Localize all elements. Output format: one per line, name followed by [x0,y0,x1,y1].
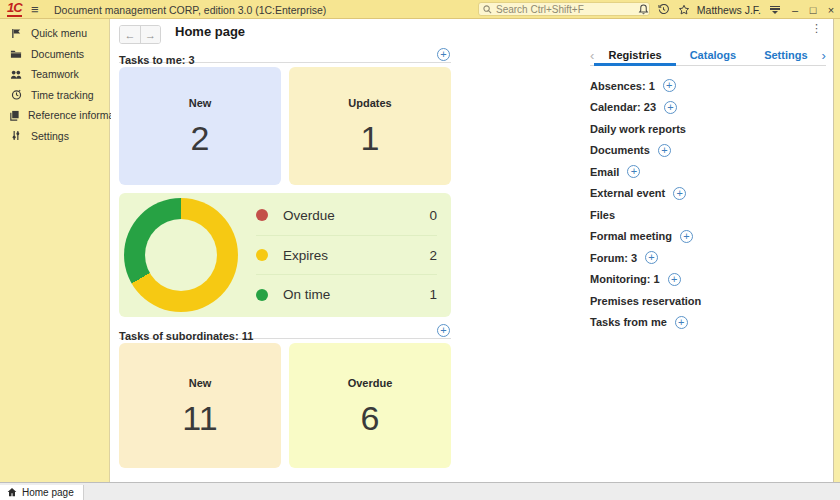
app-window: 1C ≡ Document management CORP, edition 3… [0,0,840,500]
tab-catalogs[interactable]: Catalogs [676,45,750,66]
card-subordinates-overdue[interactable]: Overdue 6 [289,343,451,468]
list-item-formal-meeting: Formal meeting + [590,226,826,248]
list-item-external-event: External event + [590,183,826,205]
service-menu-icon[interactable] [770,6,780,14]
legend-row-expires: Expires 2 [256,235,437,275]
legend-value: 1 [429,287,437,302]
list-item-label[interactable]: Absences: 1 [590,80,655,92]
sidebar-item-teamwork[interactable]: Teamwork [0,64,109,85]
list-item-label[interactable]: Monitoring: 1 [590,273,660,285]
notifications-bell-icon[interactable] [634,0,654,19]
legend-value: 0 [429,208,437,223]
chart-legend: Overdue 0 Expires 2 On time 1 [256,196,437,314]
list-item-label[interactable]: Documents [590,144,650,156]
search-input[interactable] [496,4,645,15]
expires-dot-icon [256,249,268,261]
list-item-label[interactable]: Forum: 3 [590,252,637,264]
tab-settings[interactable]: Settings [750,45,821,66]
tab-registries[interactable]: Registries [594,45,675,66]
close-button[interactable]: × [822,4,840,16]
list-item-label[interactable]: Daily work reports [590,123,686,135]
page-title: Home page [175,24,245,39]
tasks-status-panel[interactable]: Overdue 0 Expires 2 On time 1 [119,193,451,317]
add-icon[interactable]: + [658,144,671,157]
sidebar-item-time-tracking[interactable]: Time tracking [0,85,109,106]
card-label: New [189,377,212,389]
add-subordinate-task-icon[interactable]: + [437,324,450,337]
sidebar-item-label: Teamwork [31,68,79,80]
taskbar: Home page [0,482,840,500]
tabs-scroll-right-icon[interactable]: › [822,48,826,63]
card-label: Overdue [348,377,393,389]
list-item-absences: Absences: 1 + [590,75,826,97]
list-item-label[interactable]: Calendar: 23 [590,101,656,113]
tasks-to-me-cards: New 2 Updates 1 [119,67,451,185]
sidebar-item-label: Documents [31,48,84,60]
titlebar-icons: Matthews J.F. – □ × [634,0,840,19]
main-menu-icon[interactable]: ≡ [31,2,39,17]
taskbar-tab-home-page[interactable]: Home page [0,485,84,500]
add-task-icon[interactable]: + [437,48,450,61]
card-subordinates-new[interactable]: New 11 [119,343,281,468]
clock-icon [9,89,23,100]
on-time-dot-icon [256,289,268,301]
forward-button[interactable]: → [140,26,160,43]
titlebar: 1C ≡ Document management CORP, edition 3… [0,0,840,19]
card-updates[interactable]: Updates 1 [289,67,451,185]
tasks-of-subordinates-header: Tasks of subordinates: 11 + [119,326,451,339]
legend-value: 2 [429,248,437,263]
tasks-to-me-header: Tasks to me: 3 + [119,50,451,63]
list-item-monitoring: Monitoring: 1 + [590,269,826,291]
card-new-tasks[interactable]: New 2 [119,67,281,185]
back-button[interactable]: ← [120,26,140,43]
sidebar-item-documents[interactable]: Documents [0,44,109,65]
legend-row-on-time: On time 1 [256,274,437,314]
list-item-label[interactable]: Files [590,209,615,221]
taskbar-tab-label: Home page [22,487,74,498]
overdue-dot-icon [256,209,268,221]
sidebar-item-quick-menu[interactable]: Quick menu [0,23,109,44]
add-icon[interactable]: + [680,230,693,243]
right-panel: ‹ Registries Catalogs Settings › Absence… [590,45,826,333]
add-icon[interactable]: + [675,316,688,329]
add-icon[interactable]: + [664,101,677,114]
legend-label: Expires [283,248,328,263]
card-value: 1 [361,121,380,155]
sidebar-item-reference-information[interactable]: Reference information [0,105,109,126]
list-item-label[interactable]: Premises reservation [590,295,701,307]
card-label: New [189,97,212,109]
legend-label: Overdue [283,208,335,223]
window-frame-strip [833,19,840,482]
list-item-label[interactable]: Email [590,166,619,178]
section-title: Tasks of subordinates: 11 [119,330,253,342]
list-item-email: Email + [590,161,826,183]
more-options-icon[interactable]: ⋮ [811,22,822,35]
maximize-button[interactable]: □ [804,4,822,16]
sidebar-item-settings[interactable]: Settings [0,126,109,147]
add-icon[interactable]: + [663,79,676,92]
books-icon [9,110,20,121]
add-icon[interactable]: + [673,187,686,200]
global-search[interactable] [478,2,650,16]
list-item-label[interactable]: Formal meeting [590,230,672,242]
legend-row-overdue: Overdue 0 [256,196,437,235]
history-nav-group: ← → [119,25,161,44]
current-user[interactable]: Matthews J.F. [697,4,761,16]
flag-icon [9,28,23,39]
list-item-label[interactable]: External event [590,187,665,199]
favorites-star-icon[interactable] [674,0,694,19]
history-icon[interactable] [654,0,674,19]
1c-logo: 1C [7,1,22,17]
add-icon[interactable]: + [627,165,640,178]
sidebar-item-label: Time tracking [31,89,94,101]
search-icon [483,5,492,14]
list-item-label[interactable]: Tasks from me [590,316,667,328]
list-item-tasks-from-me: Tasks from me + [590,312,826,334]
sliders-icon [9,130,23,141]
sidebar-item-label: Settings [31,130,69,142]
add-icon[interactable]: + [645,251,658,264]
card-value: 2 [191,121,210,155]
minimize-button[interactable]: – [786,4,804,16]
list-item-premises-reservation: Premises reservation [590,290,826,312]
add-icon[interactable]: + [668,273,681,286]
